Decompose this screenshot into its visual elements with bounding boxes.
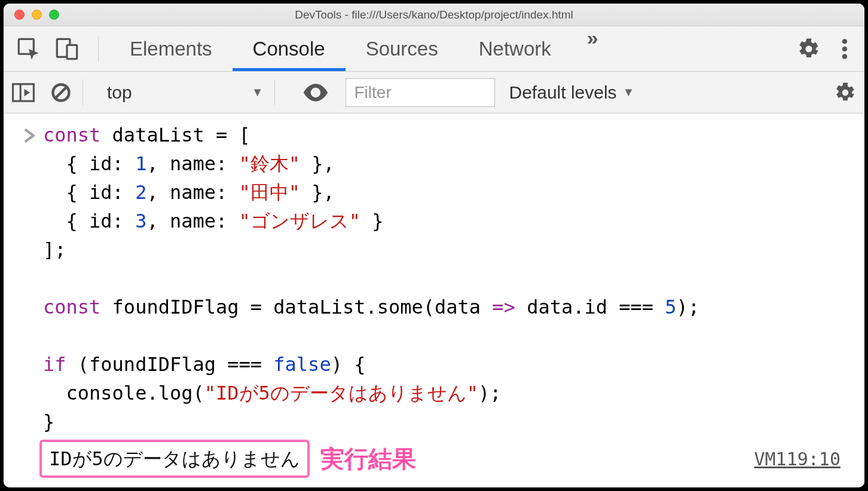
console-toolbar: top ▼ Default levels ▼ bbox=[4, 72, 864, 113]
device-toolbar-icon[interactable] bbox=[55, 37, 79, 61]
zoom-window-button[interactable] bbox=[49, 10, 59, 20]
console-sidebar-toggle-icon[interactable] bbox=[12, 82, 35, 103]
gear-icon[interactable] bbox=[797, 38, 820, 60]
live-expression-icon[interactable] bbox=[302, 84, 329, 102]
tab-console[interactable]: Console bbox=[233, 26, 346, 71]
gear-icon[interactable] bbox=[835, 82, 856, 103]
devtools-window: DevTools - file:///Users/kano/Desktop/pr… bbox=[4, 4, 864, 487]
kebab-menu-icon[interactable] bbox=[842, 38, 848, 60]
log-level-selector[interactable]: Default levels ▼ bbox=[509, 82, 635, 103]
close-window-button[interactable] bbox=[14, 10, 25, 20]
tab-network[interactable]: Network bbox=[459, 26, 571, 71]
svg-point-5 bbox=[842, 54, 847, 59]
chevron-down-icon: ▼ bbox=[252, 85, 264, 99]
console-output: const dataList = [ { id: 1, name: "鈴木" }… bbox=[4, 113, 864, 487]
log-output-highlight: IDが5のデータはありません bbox=[39, 440, 310, 478]
return-value: undefined bbox=[43, 486, 146, 487]
minimize-window-button[interactable] bbox=[32, 10, 42, 20]
inspect-element-icon[interactable] bbox=[17, 37, 41, 61]
main-toolbar: Elements Console Sources Network » bbox=[4, 26, 864, 72]
code-content: const dataList = [ { id: 1, name: "鈴木" }… bbox=[43, 121, 855, 436]
overflow-tabs-icon[interactable]: » bbox=[571, 26, 614, 71]
svg-line-9 bbox=[56, 87, 66, 98]
console-return-row: undefined bbox=[4, 482, 864, 487]
traffic-lights bbox=[4, 10, 59, 20]
log-level-value: Default levels bbox=[509, 82, 617, 103]
svg-rect-6 bbox=[13, 84, 34, 101]
filter-input[interactable] bbox=[346, 78, 495, 107]
clear-console-icon[interactable] bbox=[50, 82, 72, 103]
svg-point-3 bbox=[842, 39, 847, 44]
console-input-block[interactable]: const dataList = [ { id: 1, name: "鈴木" }… bbox=[4, 121, 864, 436]
context-selector-value: top bbox=[107, 82, 132, 103]
window-title: DevTools - file:///Users/kano/Desktop/pr… bbox=[4, 8, 864, 22]
context-selector[interactable]: top ▼ bbox=[107, 82, 264, 103]
tab-elements[interactable]: Elements bbox=[109, 26, 233, 71]
svg-point-10 bbox=[313, 90, 317, 94]
titlebar: DevTools - file:///Users/kano/Desktop/pr… bbox=[4, 4, 864, 26]
annotation-label: 実行結果 bbox=[320, 441, 416, 477]
svg-point-4 bbox=[842, 46, 847, 51]
separator bbox=[98, 36, 99, 62]
chevron-down-icon: ▼ bbox=[623, 85, 635, 99]
chevron-right-icon bbox=[24, 128, 35, 143]
separator bbox=[274, 80, 275, 105]
source-link[interactable]: VM119:10 bbox=[754, 446, 841, 472]
svg-rect-2 bbox=[67, 45, 77, 59]
panel-tabs: Elements Console Sources Network » bbox=[109, 26, 614, 71]
separator bbox=[82, 80, 83, 105]
console-log-row: IDが5のデータはありません 実行結果 VM119:10 bbox=[4, 436, 864, 482]
tab-sources[interactable]: Sources bbox=[346, 26, 459, 71]
